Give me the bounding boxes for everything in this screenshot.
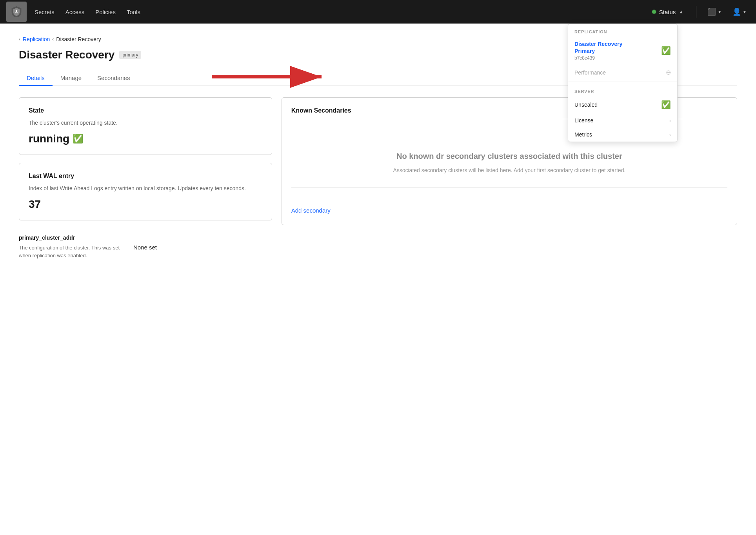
breadcrumb-chevron-left-1: ‹ [19, 36, 20, 42]
metrics-chevron-icon: › [669, 132, 671, 138]
state-value-text: running [29, 133, 69, 145]
secondaries-empty-description: Associated secondary clusters will be li… [393, 166, 625, 175]
license-chevron-icon: › [669, 118, 671, 124]
dr-primary-item[interactable]: Disaster RecoveryPrimary b7c8c439 ✅ [568, 36, 677, 65]
terminal-chevron: ▼ [718, 10, 721, 14]
wal-value-text: 37 [29, 198, 41, 211]
nav-policies[interactable]: Policies [95, 9, 116, 15]
breadcrumb-replication-link[interactable]: Replication [23, 36, 50, 42]
nav-access[interactable]: Access [65, 9, 84, 15]
wal-card-value: 37 [29, 198, 262, 211]
config-value: None set [133, 244, 157, 251]
secondaries-divider-2 [291, 187, 727, 187]
nav-links: Secrets Access Policies Tools [35, 9, 647, 15]
terminal-icon: ⬛ [707, 7, 716, 16]
breadcrumb-chevron-left-2: ‹ [52, 36, 54, 42]
unsealed-check-icon: ✅ [661, 100, 671, 109]
nav-secrets[interactable]: Secrets [35, 9, 55, 15]
metrics-label: Metrics [574, 131, 592, 138]
nav-right: Status ▲ ⬛ ▼ 👤 ▼ [647, 6, 750, 18]
terminal-button[interactable]: ⬛ ▼ [704, 6, 725, 18]
top-navigation: Secrets Access Policies Tools Status ▲ ⬛… [0, 0, 756, 24]
state-check-icon: ✅ [73, 134, 83, 144]
config-row: The configuration of the cluster. This w… [19, 244, 737, 262]
tab-details[interactable]: Details [19, 71, 53, 86]
svg-rect-1 [16, 11, 17, 12]
wal-card-description: Index of last Write Ahead Logs entry wri… [29, 184, 262, 193]
state-card-title: State [29, 107, 262, 114]
server-section-label: SERVER [568, 84, 677, 96]
vault-logo[interactable] [6, 2, 27, 22]
tab-secondaries[interactable]: Secondaries [89, 71, 138, 86]
status-chevron: ▲ [679, 9, 683, 15]
status-dropdown: REPLICATION Disaster RecoveryPrimary b7c… [568, 24, 678, 142]
config-section: primary_cluster_addr The configuration o… [19, 235, 737, 262]
nav-tools[interactable]: Tools [127, 9, 140, 15]
tab-manage[interactable]: Manage [53, 71, 89, 86]
performance-label: Performance [574, 69, 606, 76]
add-secondary-link[interactable]: Add secondary [291, 207, 331, 215]
config-title: primary_cluster_addr [19, 235, 737, 241]
state-card-value: running ✅ [29, 133, 262, 145]
dr-primary-left: Disaster RecoveryPrimary b7c8c439 [574, 40, 622, 61]
status-button[interactable]: Status ▲ [647, 6, 688, 18]
state-card-description: The cluster's current operating state. [29, 119, 262, 127]
left-cards: State The cluster's current operating st… [19, 97, 272, 225]
dr-primary-check-icon: ✅ [661, 46, 671, 55]
performance-minus-icon: ⊖ [666, 69, 671, 76]
performance-item[interactable]: Performance ⊖ [568, 65, 677, 80]
wal-card: Last WAL entry Index of last Write Ahead… [19, 163, 272, 220]
secondaries-empty-state: No known dr secondary clusters associate… [291, 143, 727, 207]
dr-primary-id: b7c8c439 [574, 55, 622, 61]
dr-primary-title: Disaster RecoveryPrimary [574, 40, 622, 55]
state-card: State The cluster's current operating st… [19, 97, 272, 155]
status-label: Status [659, 9, 676, 15]
unsealed-item[interactable]: Unsealed ✅ [568, 96, 677, 113]
license-item[interactable]: License › [568, 113, 677, 127]
nav-separator-1 [696, 6, 696, 18]
license-label: License [574, 117, 593, 124]
user-chevron: ▼ [743, 10, 747, 14]
user-button[interactable]: 👤 ▼ [729, 6, 750, 18]
page-title: Disaster Recovery [19, 49, 114, 61]
wal-card-title: Last WAL entry [29, 173, 262, 180]
primary-badge: primary [119, 51, 141, 59]
config-description: The configuration of the cluster. This w… [19, 244, 121, 259]
status-indicator [652, 10, 656, 14]
breadcrumb-current: Disaster Recovery [56, 36, 101, 42]
user-icon: 👤 [732, 7, 741, 16]
dropdown-divider-1 [568, 82, 677, 82]
unsealed-label: Unsealed [574, 102, 598, 108]
replication-section-label: REPLICATION [568, 24, 677, 36]
metrics-item[interactable]: Metrics › [568, 127, 677, 142]
secondaries-empty-title: No known dr secondary clusters associate… [396, 151, 622, 162]
